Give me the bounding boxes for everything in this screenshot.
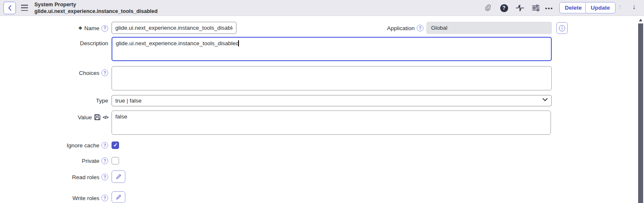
application-label: Application	[387, 25, 415, 31]
value-textarea[interactable]: false	[112, 110, 551, 135]
write-roles-label-cell: Write roles ?	[0, 195, 108, 201]
choices-textarea[interactable]	[112, 66, 552, 90]
ignore-cache-checkbox[interactable]	[112, 141, 119, 149]
choices-label-cell: Choices ?	[0, 69, 108, 76]
read-roles-label: Read roles	[72, 174, 99, 180]
more-options-button[interactable]: •••	[544, 3, 554, 13]
record-title: System Property glide.ui.next_experience…	[34, 1, 158, 15]
description-textarea[interactable]: glide.ui.next_experience.instance_tools_…	[112, 37, 552, 61]
save-icon[interactable]	[94, 114, 101, 121]
name-label-cell: ✱ Name ?	[0, 25, 108, 32]
pencil-icon	[116, 194, 122, 200]
private-label: Private	[82, 158, 99, 164]
info-icon: i	[559, 25, 565, 31]
description-label: Description	[80, 40, 108, 46]
type-selected-value: true | false	[115, 98, 142, 104]
page-subtitle: glide.ui.next_experience.instance_tools_…	[34, 8, 158, 15]
description-label-cell: Description	[0, 40, 108, 46]
private-checkbox[interactable]	[112, 157, 119, 164]
choices-help-icon[interactable]: ?	[101, 69, 108, 76]
ignore-cache-label-cell: Ignore cache ?	[0, 142, 108, 149]
required-asterisk-icon: ✱	[78, 26, 82, 31]
application-help-icon[interactable]: ?	[417, 25, 423, 31]
write-roles-label: Write roles	[73, 195, 99, 201]
type-label-cell: Type	[0, 98, 108, 104]
vertical-scrollbar[interactable]	[637, 16, 644, 203]
name-input[interactable]	[112, 22, 236, 34]
back-button[interactable]	[3, 2, 16, 14]
type-select[interactable]: true | false	[112, 95, 552, 106]
form-header: System Property glide.ui.next_experience…	[0, 0, 644, 16]
choices-label: Choices	[79, 70, 99, 76]
read-roles-label-cell: Read roles ?	[0, 174, 108, 180]
context-menu-icon[interactable]	[21, 5, 28, 11]
application-field: Global	[426, 22, 552, 34]
ellipsis-icon: •••	[545, 5, 553, 11]
application-label-cell: Application ?	[315, 25, 423, 31]
pulse-icon	[516, 4, 524, 12]
system-property-form: ✱ Name ? Application ? Global i Descript…	[0, 16, 637, 203]
next-record-arrow[interactable]: ↓	[632, 3, 636, 11]
chevron-left-icon	[8, 5, 12, 11]
application-info-button[interactable]: i	[556, 22, 568, 34]
type-label: Type	[96, 98, 108, 104]
chevron-down-icon	[543, 98, 548, 101]
scrollbar-thumb[interactable]	[638, 23, 643, 203]
code-icon[interactable]: </>	[103, 115, 108, 120]
paperclip-icon	[485, 4, 492, 12]
attachment-button[interactable]	[483, 3, 493, 13]
private-label-cell: Private ?	[0, 157, 108, 164]
value-label-cell: Value </>	[0, 114, 108, 121]
help-icon: ?	[500, 4, 508, 12]
private-help-icon[interactable]: ?	[101, 157, 108, 164]
delete-button[interactable]: Delete	[559, 2, 587, 13]
name-label: Name	[84, 25, 99, 31]
activity-stream-button[interactable]	[515, 3, 525, 13]
value-label: Value	[78, 114, 92, 121]
pencil-icon	[116, 174, 122, 180]
update-button[interactable]: Update	[585, 2, 615, 13]
write-roles-edit-button[interactable]	[112, 191, 125, 203]
read-roles-help-icon[interactable]: ?	[101, 174, 108, 180]
help-button[interactable]: ?	[499, 3, 509, 13]
name-help-icon[interactable]: ?	[101, 25, 108, 32]
ignore-cache-label: Ignore cache	[67, 142, 99, 149]
text-caret	[238, 40, 239, 46]
previous-record-arrow[interactable]: ↑	[618, 3, 622, 11]
page-title: System Property	[34, 1, 158, 8]
personalize-form-button[interactable]	[531, 3, 541, 13]
read-roles-edit-button[interactable]	[112, 170, 125, 183]
ignore-cache-help-icon[interactable]: ?	[101, 142, 108, 149]
write-roles-help-icon[interactable]: ?	[101, 195, 108, 201]
scrollbar-up-arrow[interactable]	[639, 19, 642, 21]
sliders-icon	[532, 5, 540, 11]
